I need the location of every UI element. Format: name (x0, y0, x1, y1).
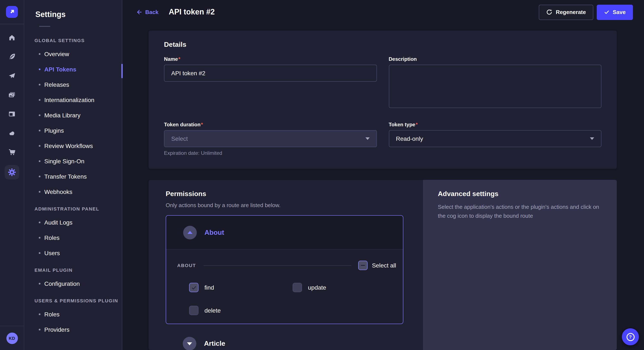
home-icon[interactable] (6, 31, 18, 44)
bullet-icon (39, 176, 40, 177)
find-checkbox[interactable] (189, 283, 198, 292)
permissions-card: Permissions Only actions bound by a rout… (149, 180, 423, 350)
chevron-down-icon (187, 342, 192, 345)
token-type-label: Token type* (389, 122, 602, 128)
bullet-icon (39, 160, 40, 162)
sidebar-item-webhooks[interactable]: Webhooks (24, 184, 122, 199)
sidebar-item-up-providers[interactable]: Providers (24, 322, 122, 337)
bullet-icon (39, 99, 40, 101)
header-actions: Regenerate Save (539, 4, 633, 20)
deploy-icon[interactable] (6, 69, 18, 82)
action-delete[interactable]: delete (189, 306, 292, 315)
accordion-article-label: Article (204, 340, 225, 348)
permissions-title: Permissions (166, 190, 403, 198)
name-field-group: Name* (164, 56, 377, 110)
bullet-icon (39, 68, 40, 70)
required-asterisk: * (416, 122, 418, 128)
sidebar-item-api-tokens[interactable]: API Tokens (24, 62, 122, 77)
about-subsection-label: ABOUT (177, 263, 196, 268)
token-duration-value: Select (171, 135, 188, 142)
sidebar-item-admin-users[interactable]: Users (24, 245, 122, 261)
permissions-section: Permissions Only actions bound by a rout… (149, 180, 617, 350)
content-manager-icon[interactable] (6, 108, 18, 120)
save-button[interactable]: Save (596, 4, 633, 20)
select-all-label: Select all (372, 262, 396, 269)
content-type-builder-icon[interactable] (6, 50, 18, 63)
token-duration-select[interactable]: Select (164, 130, 377, 147)
refresh-icon (546, 9, 552, 15)
select-all-control[interactable]: Select all (358, 261, 396, 270)
indeterminate-dash-icon (361, 265, 365, 266)
strapi-logo[interactable] (6, 6, 18, 18)
bullet-icon (39, 130, 40, 131)
check-icon (191, 285, 196, 290)
details-card: Details Name* Description Token duration… (149, 31, 617, 169)
select-all-checkbox[interactable] (358, 261, 368, 270)
sidebar-item-up-roles[interactable]: Roles (24, 307, 122, 322)
advanced-settings-title: Advanced settings (438, 190, 606, 198)
sidebar-item-internationalization[interactable]: Internationalization (24, 92, 122, 108)
nav-section-label: USERS & PERMISSIONS PLUGIN (34, 298, 122, 303)
sidebar-item-media-library[interactable]: Media Library (24, 108, 122, 123)
name-input[interactable] (164, 65, 377, 82)
bullet-icon (39, 114, 40, 116)
token-type-select[interactable]: Read-only (389, 130, 602, 147)
collapse-button[interactable] (183, 226, 197, 239)
action-find[interactable]: find (189, 283, 292, 292)
sidebar-item-review-workflows[interactable]: Review Workflows (24, 138, 122, 154)
nav-section-label: EMAIL PLUGIN (34, 268, 122, 273)
bullet-icon (39, 313, 40, 315)
user-avatar[interactable]: KD (6, 333, 18, 344)
page-title: API token #2 (169, 8, 215, 16)
update-checkbox[interactable] (292, 283, 302, 292)
nav-section-email-plugin: EMAIL PLUGIN Configuration (24, 268, 122, 291)
bullet-icon (39, 145, 40, 147)
accordion-about-header[interactable]: About (166, 216, 403, 249)
action-update[interactable]: update (292, 283, 396, 292)
strapi-admin-app: KD Settings GLOBAL SETTINGS Overview API… (0, 0, 644, 350)
bullet-icon (39, 329, 40, 331)
help-button[interactable]: ? (622, 328, 639, 345)
description-textarea[interactable] (389, 65, 602, 108)
permissions-subtitle: Only actions bound by a route are listed… (166, 202, 403, 208)
content-scroll-area[interactable]: Details Name* Description Token duration… (122, 24, 644, 350)
nav-section-label: GLOBAL SETTINGS (34, 38, 122, 43)
main-area: Back API token #2 Regenerate Save (122, 0, 644, 350)
back-arrow-icon (136, 9, 142, 15)
sidebar-item-overview[interactable]: Overview (24, 46, 122, 62)
media-library-icon[interactable] (6, 88, 18, 101)
cloud-icon[interactable] (6, 127, 18, 140)
regenerate-button[interactable]: Regenerate (539, 4, 593, 20)
token-duration-label: Token duration* (164, 122, 377, 128)
settings-icon[interactable] (5, 165, 19, 179)
required-asterisk: * (201, 122, 203, 128)
required-asterisk: * (178, 56, 180, 62)
sidebar-item-releases[interactable]: Releases (24, 77, 122, 92)
nav-section-administration-panel: ADMINISTRATION PANEL Audit Logs Roles Us… (24, 206, 122, 261)
main-icon-sidebar: KD (0, 0, 24, 350)
bullet-icon (39, 252, 40, 254)
accordion-about-body: ABOUT Select all (166, 249, 403, 324)
sidebar-item-plugins[interactable]: Plugins (24, 123, 122, 138)
about-subsection-row: ABOUT Select all (177, 261, 396, 270)
expand-button[interactable] (183, 337, 196, 350)
sidebar-item-single-sign-on[interactable]: Single Sign-On (24, 154, 122, 169)
sidebar-item-transfer-tokens[interactable]: Transfer Tokens (24, 169, 122, 184)
bullet-icon (39, 237, 40, 239)
sidebar-item-email-configuration[interactable]: Configuration (24, 276, 122, 291)
details-grid: Name* Description Token duration* Select (164, 56, 602, 156)
settings-sub-nav: Settings GLOBAL SETTINGS Overview API To… (24, 0, 122, 350)
icon-nav (5, 24, 19, 179)
sidebar-item-admin-roles[interactable]: Roles (24, 230, 122, 245)
details-title: Details (164, 41, 602, 48)
bullet-icon (39, 191, 40, 193)
accordion-about: About ABOUT Select all (166, 215, 403, 324)
page-header: Back API token #2 Regenerate Save (122, 0, 644, 24)
marketplace-icon[interactable] (6, 146, 18, 159)
sidebar-item-audit-logs[interactable]: Audit Logs (24, 215, 122, 230)
back-link[interactable]: Back (136, 9, 158, 15)
accordion-article-header[interactable]: Article (166, 331, 403, 350)
delete-checkbox[interactable] (189, 306, 198, 315)
check-icon (604, 9, 609, 15)
name-label: Name* (164, 56, 377, 62)
